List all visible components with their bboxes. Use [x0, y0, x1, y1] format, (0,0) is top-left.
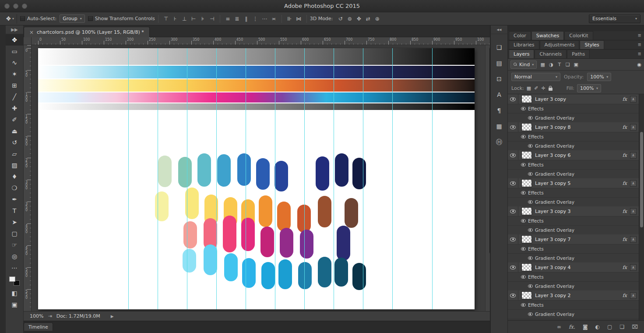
close-tab-icon[interactable]: × — [29, 29, 34, 35]
align-top-edges-icon[interactable]: ⊤ — [162, 16, 171, 22]
guide-line[interactable] — [158, 48, 158, 309]
lock-position-icon[interactable]: ✛ — [541, 85, 545, 91]
adjustment-layer-icon[interactable]: ◐ — [595, 324, 600, 330]
visibility-toggle[interactable] — [508, 150, 518, 160]
collapse-effects-icon[interactable]: ∧ — [630, 96, 637, 103]
collapse-effects-icon[interactable]: ∧ — [630, 236, 637, 243]
lock-image-pixels-icon[interactable]: ✐ — [534, 85, 538, 91]
guide-line[interactable] — [304, 48, 305, 309]
gradient-overlay-row[interactable]: Gradient Overlay — [508, 141, 639, 150]
panels-collapse-icon[interactable]: ◀◀ — [491, 25, 507, 34]
visibility-toggle[interactable] — [525, 170, 535, 178]
tab-paths[interactable]: Paths — [567, 50, 590, 58]
current-tool-preview[interactable]: ✥ ▾ — [4, 14, 17, 24]
3d-roll-icon[interactable]: ⊚ — [345, 16, 354, 22]
color-pill[interactable] — [277, 202, 291, 231]
clone-stamp-tool[interactable]: ⏏ — [6, 125, 23, 137]
layer-thumbnail[interactable] — [521, 151, 532, 159]
history-panel-icon[interactable]: ❏ — [491, 39, 507, 55]
visibility-toggle[interactable] — [508, 122, 518, 132]
visibility-toggle[interactable] — [525, 113, 535, 122]
guide-line[interactable] — [275, 48, 275, 309]
distribute-left-edges-icon[interactable]: ⋮ — [251, 16, 260, 22]
pen-tool[interactable]: ✒ — [6, 194, 23, 205]
visibility-toggle[interactable] — [525, 254, 535, 262]
visibility-toggle[interactable] — [518, 132, 528, 141]
panel-menu-icon[interactable]: ≣ — [638, 51, 641, 56]
visibility-toggle[interactable] — [508, 94, 518, 104]
collapse-effects-icon[interactable]: ∧ — [630, 180, 637, 187]
distribute-top-edges-icon[interactable]: ≡ — [223, 16, 232, 22]
toolbar-collapse-icon[interactable]: ▶▶ — [6, 25, 23, 34]
tab-styles[interactable]: Styles — [580, 40, 604, 49]
tab-libraries[interactable]: Libraries — [509, 40, 539, 49]
visibility-toggle[interactable] — [518, 216, 528, 225]
color-pill[interactable] — [280, 228, 293, 258]
guide-line[interactable] — [334, 48, 334, 309]
lock-transparent-pixels-icon[interactable]: ▦ — [527, 85, 531, 91]
lock-all-icon[interactable] — [549, 88, 553, 91]
visibility-toggle[interactable] — [525, 198, 535, 206]
layer-row[interactable]: Layer 3 copy 3fx∧ — [508, 206, 639, 216]
color-pill[interactable] — [178, 157, 192, 188]
layer-thumbnail[interactable] — [521, 263, 532, 271]
color-pill[interactable] — [155, 191, 169, 221]
document-vertical-scrollbar[interactable] — [485, 45, 490, 311]
layer-row[interactable]: Layer 3 copyfx∧ — [508, 94, 639, 104]
lasso-tool[interactable]: ∿ — [6, 57, 23, 68]
color-pill[interactable] — [274, 161, 288, 191]
effects-row[interactable]: Effects — [508, 160, 639, 169]
layer-thumbnail[interactable] — [521, 235, 532, 243]
layer-group-icon[interactable]: ▢ — [607, 324, 612, 330]
healing-brush-tool[interactable]: ✚ — [6, 103, 23, 114]
status-menu-icon[interactable]: ⇥ — [48, 313, 52, 319]
visibility-toggle[interactable] — [525, 310, 535, 319]
gradient-overlay-row[interactable]: Gradient Overlay — [508, 309, 639, 319]
color-pill[interactable] — [352, 263, 366, 290]
layer-row[interactable]: Layer 3 copy 7fx∧ — [508, 234, 639, 244]
color-pill[interactable] — [223, 216, 236, 252]
visibility-toggle[interactable] — [518, 104, 528, 113]
collapse-effects-icon[interactable]: ∧ — [630, 124, 637, 131]
effects-row[interactable]: Effects — [508, 216, 639, 225]
paragraph-panel-icon[interactable]: ¶ — [491, 103, 507, 118]
color-pill[interactable] — [204, 244, 217, 275]
color-pill[interactable] — [259, 195, 272, 227]
auto-select-checkbox[interactable]: Auto-Select: — [20, 16, 56, 21]
visibility-toggle[interactable] — [518, 188, 528, 197]
color-pill[interactable] — [217, 154, 231, 187]
panel-menu-icon[interactable]: ≣ — [638, 33, 641, 38]
layer-thumbnail[interactable] — [521, 207, 532, 215]
color-pill[interactable] — [298, 262, 312, 289]
tab-layers[interactable]: Layers — [509, 50, 534, 58]
guide-line[interactable] — [187, 48, 187, 309]
3d-drag-icon[interactable]: ✥ — [354, 16, 363, 22]
align-horizontal-centers-icon[interactable]: ⊧ — [198, 16, 208, 22]
panel-menu-icon[interactable]: ≣ — [638, 42, 641, 47]
opacity-field[interactable]: 100% ▾ — [587, 73, 611, 81]
distribute-horizontal-spacing-icon[interactable]: ⋈ — [294, 16, 303, 22]
screen-mode-icon[interactable]: ▣ — [6, 299, 23, 310]
color-pill[interactable] — [260, 227, 274, 257]
color-pill[interactable] — [183, 249, 196, 273]
clone-source-panel-icon[interactable]: ⊡ — [491, 71, 507, 87]
link-layers-icon[interactable]: ∞ — [557, 324, 561, 330]
3d-rotate-icon[interactable]: ↺ — [336, 16, 345, 22]
color-swatches[interactable] — [6, 275, 24, 287]
guide-line[interactable] — [392, 48, 393, 309]
tab-channels[interactable]: Channels — [535, 50, 567, 58]
dodge-tool[interactable]: ❍ — [6, 182, 23, 194]
color-pill[interactable] — [197, 153, 211, 187]
layer-thumbnail[interactable] — [521, 123, 532, 131]
gradient-overlay-row[interactable]: Gradient Overlay — [508, 253, 639, 262]
distribute-bottom-edges-icon[interactable]: ∥ — [242, 16, 251, 22]
gradient-overlay-row[interactable]: Gradient Overlay — [508, 225, 639, 234]
layer-mask-icon[interactable]: ◙ — [583, 324, 588, 330]
filter-pixel-layers-icon[interactable]: ▦ — [538, 62, 547, 67]
color-pill[interactable] — [242, 258, 256, 288]
visibility-toggle[interactable] — [518, 301, 528, 309]
layer-row[interactable]: Layer 3 copy 8fx∧ — [508, 122, 639, 132]
zoom-tool[interactable]: ◎ — [6, 251, 23, 262]
eraser-tool[interactable]: ▱ — [6, 148, 23, 159]
visibility-toggle[interactable] — [508, 178, 518, 188]
